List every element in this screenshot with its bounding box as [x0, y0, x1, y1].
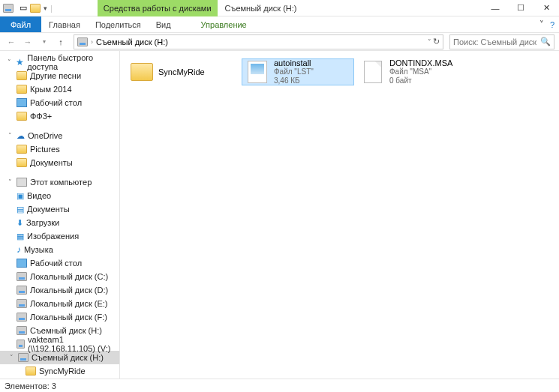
pictures-icon: ▦ — [17, 232, 24, 241]
close-button[interactable]: ✕ — [533, 0, 559, 16]
tab-home[interactable]: Главная — [41, 16, 88, 32]
sidebar-item-label: Pictures — [30, 145, 60, 154]
nav-up-button[interactable]: ↑ — [54, 35, 68, 49]
drive-icon — [17, 286, 27, 295]
search-icon[interactable]: 🔍 — [540, 37, 551, 46]
folder-icon — [17, 158, 27, 167]
folder-icon — [131, 63, 153, 81]
qat-properties-icon[interactable]: ▭ — [20, 3, 27, 13]
music-icon: ♪ — [17, 244, 21, 255]
sidebar-item[interactable]: ▤Документы — [0, 202, 119, 216]
navigation-pane[interactable]: ˅ ★ Панель быстрого доступа Другие песни… — [0, 51, 120, 379]
chevron-down-icon[interactable]: ˅ — [6, 132, 14, 139]
chevron-down-icon[interactable]: ˅ — [6, 178, 14, 186]
chevron-down-icon[interactable]: ˅ — [8, 354, 15, 361]
item-size: 3,46 КБ — [274, 76, 314, 85]
folder-icon — [17, 112, 27, 121]
nav-recent-dropdown[interactable]: ▾ — [38, 35, 51, 49]
nav-back-button[interactable]: ← — [5, 35, 18, 49]
sidebar-item[interactable]: Крым 2014 — [0, 82, 119, 96]
address-bar[interactable]: › Съемный диск (H:) ˅ ↻ — [74, 34, 443, 49]
search-box[interactable]: 🔍 — [449, 34, 554, 49]
ribbon-expand-icon[interactable]: ˅ — [539, 19, 544, 29]
sidebar-item[interactable]: ⬇Загрузки — [0, 216, 119, 229]
nav-forward-button: → — [21, 35, 35, 49]
items-view[interactable]: SyncMyRide autoinstall Файл "LST" 3,46 К… — [120, 51, 559, 379]
sidebar-item-label: Съемный диск (H:) — [30, 326, 102, 335]
desktop-icon — [17, 98, 27, 107]
sidebar-this-pc[interactable]: ˅ Этот компьютер — [0, 175, 119, 189]
file-icon — [364, 61, 382, 83]
maximize-button[interactable]: ☐ — [508, 0, 533, 16]
item-file-selected[interactable]: autoinstall Файл "LST" 3,46 КБ — [242, 58, 354, 85]
address-refresh-icon[interactable]: ↻ — [433, 37, 440, 46]
contextual-tool-group: Средства работы с дисками — [98, 0, 218, 16]
minimize-button[interactable]: — — [482, 0, 508, 16]
sidebar-item-label: Локальный диск (D:) — [30, 286, 108, 295]
onedrive-icon: ☁ — [17, 131, 25, 141]
sidebar-item[interactable]: Документы — [0, 156, 119, 169]
sidebar-item[interactable]: Локальный диск (C:) — [0, 270, 119, 283]
drive-icon — [17, 299, 27, 308]
item-file[interactable]: DONTINDX.MSA Файл "MSA" 0 байт — [357, 58, 470, 85]
sidebar-item-label: Видео — [27, 191, 51, 200]
drive-icon — [18, 353, 29, 362]
qat-newfolder-icon[interactable] — [30, 4, 41, 13]
sidebar-item[interactable]: ▦Изображения — [0, 229, 119, 243]
tab-share[interactable]: Поделиться — [88, 16, 149, 32]
star-icon: ★ — [16, 57, 24, 67]
sidebar-item-label: Документы — [30, 158, 73, 167]
file-lst-icon — [248, 61, 267, 83]
sidebar-item-label: Другие песни — [30, 71, 81, 80]
sidebar-item-label: Музыка — [24, 245, 53, 254]
sidebar-item-label: Панель быстрого доступа — [27, 53, 119, 71]
status-item-count: Элементов: 3 — [5, 382, 56, 391]
sidebar-item-label: Локальный диск (C:) — [30, 272, 108, 281]
sidebar-item[interactable]: Рабочий стол — [0, 96, 119, 109]
drive-icon — [17, 326, 27, 335]
drive-icon — [17, 272, 27, 281]
sidebar-item-label: Крым 2014 — [30, 85, 72, 94]
sidebar-item[interactable]: SyncMyRide — [0, 364, 119, 378]
item-size: 0 байт — [389, 76, 452, 85]
sidebar-item-label: Рабочий стол — [30, 259, 82, 268]
item-folder[interactable]: SyncMyRide — [126, 58, 239, 85]
folder-icon — [26, 367, 36, 376]
tab-view[interactable]: Вид — [149, 16, 179, 32]
sidebar-item[interactable]: Локальный диск (F:) — [0, 310, 119, 324]
sidebar-item-label: Съемный диск (H:) — [32, 353, 104, 362]
drive-icon — [17, 313, 27, 322]
help-icon[interactable]: ? — [550, 20, 554, 29]
item-type: Файл "MSA" — [389, 67, 452, 76]
item-name: SyncMyRide — [158, 67, 205, 76]
search-input[interactable] — [453, 37, 537, 46]
sidebar-item[interactable]: Рабочий стол — [0, 256, 119, 270]
chevron-down-icon[interactable]: ˅ — [6, 58, 13, 66]
sidebar-item-current[interactable]: ˅ Съемный диск (H:) — [0, 351, 119, 364]
qat-customize-icon[interactable]: ▾ — [44, 4, 47, 12]
sidebar-item-label: OneDrive — [28, 131, 62, 140]
sidebar-item[interactable]: ▣Видео — [0, 189, 119, 202]
sidebar-item[interactable]: ♪Музыка — [0, 243, 119, 256]
sidebar-onedrive[interactable]: ˅ ☁ OneDrive — [0, 129, 119, 142]
sidebar-item[interactable]: vakteam1 (\\192.168.11.105) (V:) — [0, 337, 119, 351]
item-name: DONTINDX.MSA — [389, 58, 452, 67]
sidebar-item-label: Изображения — [27, 232, 79, 241]
sidebar-item-label: Рабочий стол — [30, 98, 82, 107]
sidebar-item[interactable]: Локальный диск (D:) — [0, 283, 119, 297]
desktop-icon — [17, 259, 27, 268]
item-name: autoinstall — [274, 58, 314, 67]
sidebar-item-label: ФФ3+ — [30, 112, 52, 121]
breadcrumb-sep-icon[interactable]: › — [91, 38, 93, 46]
sidebar-quick-access[interactable]: ˅ ★ Панель быстрого доступа — [0, 55, 119, 69]
sidebar-item[interactable]: Pictures — [0, 142, 119, 156]
folder-icon — [17, 85, 27, 94]
address-dropdown-icon[interactable]: ˅ — [428, 38, 431, 46]
tab-file[interactable]: Файл — [0, 16, 41, 32]
sidebar-item[interactable]: Локальный диск (E:) — [0, 297, 119, 310]
item-type: Файл "LST" — [274, 67, 314, 76]
sidebar-item[interactable]: ФФ3+ — [0, 109, 119, 123]
breadcrumb-location[interactable]: Съемный диск (H:) — [96, 37, 168, 46]
drive-icon — [3, 3, 14, 13]
tab-manage[interactable]: Управление — [194, 16, 254, 32]
